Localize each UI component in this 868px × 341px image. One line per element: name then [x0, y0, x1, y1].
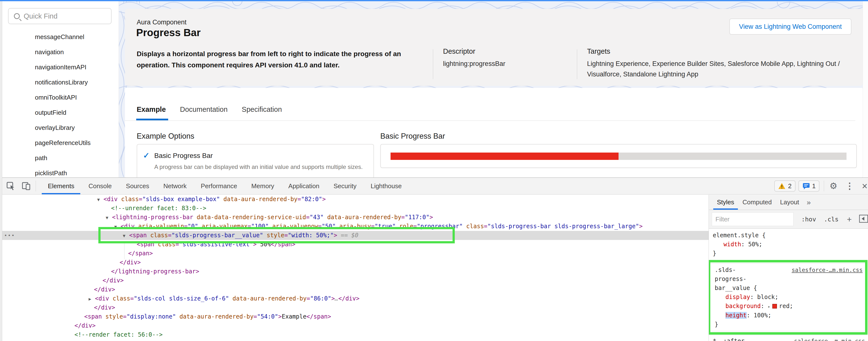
component-kicker: Aura Component: [137, 19, 186, 26]
more-tabs-icon[interactable]: »: [803, 195, 814, 210]
css-property[interactable]: height: 100%;: [715, 311, 863, 320]
sidebar-item[interactable]: navigation: [2, 44, 119, 60]
inspect-element-icon[interactable]: [3, 178, 19, 194]
dom-tree-row[interactable]: </span>: [2, 249, 709, 258]
example-options-card: ✓ Basic Progress Bar A progress bar can …: [137, 144, 374, 178]
stylesheet-link[interactable]: salesforce-…m.min.css: [794, 337, 865, 341]
toolbar-divider: [824, 181, 824, 191]
dom-tree-row[interactable]: </div>: [2, 276, 709, 285]
device-toolbar-icon[interactable]: [19, 178, 34, 194]
styles-filter-input[interactable]: [712, 212, 794, 226]
sidebar-item[interactable]: pageReferenceUtils: [2, 135, 119, 150]
css-property[interactable]: width: 50%;: [713, 240, 865, 249]
devtools-tab[interactable]: Console: [81, 178, 119, 194]
close-devtools-icon[interactable]: ×: [858, 181, 868, 191]
dom-tree-row[interactable]: <!--render facet: 56:0-->: [2, 330, 709, 339]
example-option[interactable]: Progress Bar In Action: [137, 171, 373, 178]
dom-tree-row[interactable]: ▶<div class="slds-col slds-size_6-of-6" …: [2, 294, 709, 303]
class-toggle[interactable]: .cls: [824, 216, 838, 223]
browser-top-accent-bar: [0, 0, 868, 1]
component-content-panel: Example Documentation Specification Exam…: [125, 88, 863, 178]
dom-tree-row[interactable]: ▼<div class="slds-box example-box" data-…: [2, 195, 709, 204]
window-left-scroll-strip[interactable]: [0, 1, 2, 341]
tab-rule-line: [125, 120, 855, 121]
warnings-badge[interactable]: 2: [774, 180, 795, 192]
devtools-tab[interactable]: Memory: [244, 178, 281, 194]
dom-tree-row[interactable]: </div>: [2, 258, 709, 267]
sidebar-item[interactable]: navigationItemAPI: [2, 60, 119, 75]
color-swatch[interactable]: [772, 304, 777, 309]
css-rule[interactable]: salesforce-…m.min.css.slds-progress-bar_…: [709, 260, 868, 335]
screen: messageChannel navigation navigationItem…: [0, 0, 868, 341]
example-option[interactable]: ✓ Basic Progress Bar A progress bar can …: [137, 145, 373, 171]
sidebar-item[interactable]: messageChannel: [2, 29, 119, 44]
css-rule[interactable]: salesforce-…m.min.css*, :after,:before {…: [709, 335, 868, 341]
dom-tree-row[interactable]: </div>: [2, 321, 709, 330]
sidebar-item[interactable]: picklistPath: [2, 165, 119, 178]
dom-tree-row[interactable]: ▼<div aria-valuemin="0" aria-valuemax="1…: [2, 222, 709, 231]
devtools-tab[interactable]: Performance: [194, 178, 244, 194]
css-property[interactable]: display: block;: [715, 293, 863, 302]
devtools-tab[interactable]: Lighthouse: [364, 178, 409, 194]
dom-tree-row[interactable]: ▼<lightning-progress-bar data-data-rende…: [2, 213, 709, 222]
targets-value: Lightning Experience, Experience Builder…: [587, 59, 863, 80]
descriptor-value: lightning:progressBar: [443, 59, 505, 69]
styles-sidebar-tab[interactable]: Styles: [713, 195, 738, 210]
progress-bar-fill: [391, 153, 619, 160]
css-property[interactable]: background: ▸red;: [715, 302, 863, 311]
doc-tab[interactable]: Documentation: [180, 105, 227, 121]
component-description: Displays a horizontal progress bar from …: [137, 48, 427, 71]
toggle-sidebar-icon[interactable]: [859, 215, 868, 224]
messages-badge[interactable]: 1: [799, 180, 819, 192]
option-label: Basic Progress Bar: [154, 152, 371, 160]
search-input[interactable]: [24, 12, 104, 20]
devtools-tab[interactable]: Sources: [119, 178, 156, 194]
stylesheet-link[interactable]: salesforce-…m.min.css: [792, 266, 863, 275]
quick-find-box[interactable]: [8, 8, 112, 24]
settings-gear-icon[interactable]: ⚙: [826, 182, 841, 190]
devtools-tab[interactable]: Network: [156, 178, 193, 194]
dom-tree-row[interactable]: </lightning-progress-bar>: [2, 267, 709, 276]
expand-value-icon[interactable]: ▸: [768, 304, 770, 309]
sidebar-item-list: messageChannel navigation navigationItem…: [2, 29, 119, 178]
message-icon: [802, 183, 810, 190]
dom-tree-row[interactable]: </div>: [2, 303, 709, 312]
sidebar-item[interactable]: omniToolkitAPI: [2, 90, 119, 105]
devtools-tab[interactable]: Elements: [41, 178, 81, 194]
styles-filter-row: :hov .cls +: [709, 210, 868, 229]
dom-tree-row[interactable]: <span class="slds-assistive-text"> 50%</…: [2, 240, 709, 249]
page-scrollbar-area[interactable]: [863, 1, 868, 178]
more-options-icon[interactable]: ⋮: [841, 182, 858, 190]
dom-tree-row[interactable]: <!--unrender facet: 83:0-->: [2, 204, 709, 213]
check-icon: ✓: [143, 151, 150, 160]
progress-bar-track: [391, 153, 846, 160]
docs-main: Aura Component Progress Bar View as Ligh…: [119, 1, 868, 178]
hover-state-toggle[interactable]: :hov: [801, 216, 816, 223]
css-rule[interactable]: element.style {width: 50%;}: [709, 230, 868, 259]
progress-bar-preview-card: [380, 144, 857, 168]
sidebar-item[interactable]: notificationsLibrary: [2, 75, 119, 90]
doc-tab[interactable]: Example: [137, 105, 166, 121]
doc-tabs: Example Documentation Specification: [137, 105, 296, 121]
styles-sidebar-tab[interactable]: Computed: [738, 195, 776, 210]
dom-tree-row[interactable]: </div>: [2, 285, 709, 294]
devtools-toolbar: Elements Console Sources Network Perform…: [0, 178, 868, 194]
warning-icon: [778, 183, 785, 189]
devtools-tab[interactable]: Application: [281, 178, 327, 194]
new-style-rule-icon[interactable]: +: [847, 215, 851, 224]
component-sidebar: messageChannel navigation navigationItem…: [2, 1, 119, 178]
doc-tab[interactable]: Specification: [242, 105, 282, 121]
dom-tree-row[interactable]: ▼<span class="slds-progress-bar__value" …: [2, 231, 709, 240]
dom-tree-row[interactable]: <span style="display:none" data-aura-ren…: [2, 312, 709, 321]
sidebar-item[interactable]: path: [2, 150, 119, 165]
view-as-lwc-button[interactable]: View as Lightning Web Component: [730, 19, 851, 35]
styles-sidebar-tab[interactable]: Layout: [776, 195, 803, 210]
hidden-rows-indicator[interactable]: •••: [4, 231, 15, 240]
sidebar-item[interactable]: overlayLibrary: [2, 120, 119, 135]
option-description: A progress bar can be displayed with an …: [154, 163, 371, 171]
css-rules-list: element.style {width: 50%;}salesforce-…m…: [709, 229, 868, 341]
search-icon: [14, 13, 20, 19]
sidebar-item[interactable]: outputField: [2, 105, 119, 120]
devtools-tab[interactable]: Security: [327, 178, 364, 194]
warning-count: 2: [788, 182, 792, 190]
